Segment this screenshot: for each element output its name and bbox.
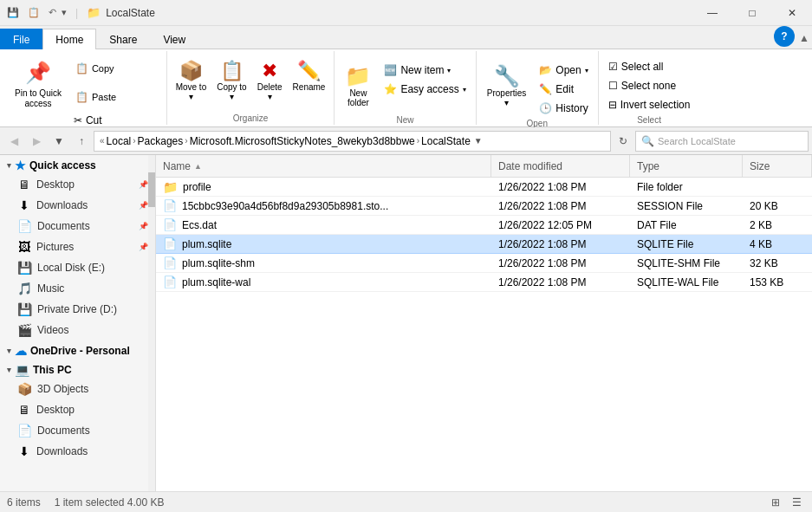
easy-access-button[interactable]: ⭐ Easy access ▾ — [380, 81, 470, 98]
select-all-button[interactable]: ☑ Select all — [604, 58, 695, 75]
title-bar: 💾 📋 ↶ ▾ | 📁 LocalState — □ ✕ — [0, 0, 812, 26]
copy-to-button[interactable]: 📋 Copy to▾ — [213, 58, 250, 103]
status-info: 6 items 1 item selected 4.00 KB — [7, 496, 164, 509]
view-details-button[interactable]: ☰ — [788, 494, 805, 511]
new-folder-button[interactable]: 📁 Newfolder — [340, 58, 376, 113]
file-list-header: Name ▲ Date modified Type Size — [156, 155, 812, 178]
back-button[interactable]: ◀ — [3, 131, 24, 152]
col-header-size[interactable]: Size — [743, 155, 812, 177]
sidebar-desktop2-label: Desktop — [36, 404, 75, 416]
sidebar-thispc-header[interactable]: ▾ 💻 This PC — [0, 360, 155, 379]
maximize-button[interactable]: □ — [732, 0, 772, 26]
ribbon-expand-button[interactable]: ▲ — [796, 28, 812, 49]
delete-label: Delete▾ — [257, 82, 283, 101]
path-packages[interactable]: Packages — [138, 135, 184, 147]
col-header-name[interactable]: Name ▲ — [156, 155, 491, 177]
table-row[interactable]: 📄 plum.sqlite-wal 1/26/2022 1:08 PM SQLI… — [156, 273, 812, 292]
sidebar-item-3d-objects[interactable]: 📦 3D Objects — [0, 379, 155, 399]
edit-icon: ✏️ — [539, 83, 552, 95]
file-name-cell: 📄 Ecs.dat — [156, 218, 491, 231]
new-item-button[interactable]: 🆕 New item ▾ — [380, 62, 470, 79]
copy-button[interactable]: 📋 Copy — [69, 55, 161, 82]
forward-button[interactable]: ▶ — [26, 131, 47, 152]
recent-locations-button[interactable]: ▼ — [49, 131, 69, 152]
help-button[interactable]: ? — [774, 26, 795, 47]
file-name: plum.sqlite-shm — [182, 257, 255, 269]
sidebar-item-desktop2[interactable]: 🖥 Desktop — [0, 399, 155, 420]
ribbon: 📌 Pin to Quickaccess 📋 Copy 📋 Paste ✂ Cu… — [0, 49, 812, 127]
sidebar-item-private-drive[interactable]: 💾 Private Drive (D:) — [0, 299, 155, 320]
search-icon: 🔍 — [641, 135, 654, 147]
easy-access-arrow: ▾ — [463, 86, 466, 94]
desktop-icon: 🖥 — [17, 178, 31, 191]
address-path[interactable]: « Local › Packages › Microsoft.Microsoft… — [94, 131, 611, 152]
properties-label: Properties▾ — [487, 88, 527, 107]
search-box[interactable]: 🔍 Search LocalState — [635, 131, 809, 152]
edit-button[interactable]: ✏️ Edit — [535, 81, 592, 98]
sidebar-documents2-label: Documents — [37, 425, 90, 437]
move-to-button[interactable]: 📦 Move to▾ — [172, 58, 211, 103]
sidebar-item-documents2[interactable]: 📄 Documents — [0, 420, 155, 441]
rename-button[interactable]: ✏️ Rename — [289, 58, 329, 94]
pin-to-quick-access-button[interactable]: 📌 Pin to Quickaccess — [9, 55, 68, 112]
select-none-button[interactable]: ☐ Select none — [604, 77, 695, 94]
open-button[interactable]: 📂 Open ▾ — [535, 62, 592, 79]
col-header-modified[interactable]: Date modified — [491, 155, 630, 177]
window-controls[interactable]: — □ ✕ — [692, 0, 812, 26]
paste-button[interactable]: 📋 Paste — [69, 83, 161, 111]
easy-access-label: Easy access — [400, 83, 458, 95]
file-icon: 📄 — [163, 199, 177, 212]
file-name-cell: 📄 plum.sqlite-shm — [156, 256, 491, 269]
sidebar-quick-access-header[interactable]: ▾ ★ Quick access — [0, 155, 155, 174]
sidebar-onedrive-header[interactable]: ▾ ☁ OneDrive - Personal — [0, 340, 155, 360]
up-button[interactable]: ↑ — [71, 131, 92, 152]
file-list: 📁 profile 1/26/2022 1:08 PM File folder … — [156, 178, 812, 491]
sidebar-scroll-thumb[interactable] — [148, 172, 155, 207]
sidebar-item-local-disk[interactable]: 💾 Local Disk (E:) — [0, 257, 155, 278]
table-row[interactable]: 📄 plum.sqlite 1/26/2022 1:08 PM SQLITE F… — [156, 235, 812, 254]
sidebar-item-documents[interactable]: 📄 Documents 📌 — [0, 216, 155, 237]
file-size-cell: 20 KB — [743, 200, 812, 212]
tab-file[interactable]: File — [0, 29, 42, 49]
path-dropdown[interactable]: ▼ — [472, 136, 484, 146]
sidebar-item-downloads[interactable]: ⬇ Downloads 📌 — [0, 195, 155, 216]
file-modified-cell: 1/26/2022 1:08 PM — [491, 257, 630, 269]
copy-label: Copy — [92, 63, 114, 74]
file-modified-cell: 1/26/2022 1:08 PM — [491, 238, 630, 250]
cut-button[interactable]: ✂ Cut — [69, 112, 161, 129]
minimize-button[interactable]: — — [692, 0, 732, 26]
view-thumbnails-button[interactable]: ⊞ — [767, 494, 784, 511]
select-group: ☑ Select all ☐ Select none ⊟ Invert sele… — [599, 51, 700, 125]
path-app[interactable]: Microsoft.MicrosoftStickyNotes_8wekyb3d8… — [190, 135, 415, 147]
table-row[interactable]: 📁 profile 1/26/2022 1:08 PM File folder — [156, 178, 812, 197]
sidebar-item-pictures[interactable]: 🖼 Pictures 📌 — [0, 237, 155, 257]
clipboard-group: 📌 Pin to Quickaccess 📋 Copy 📋 Paste ✂ Cu… — [3, 51, 167, 125]
sidebar-item-downloads2[interactable]: ⬇ Downloads — [0, 441, 155, 462]
3d-objects-icon: 📦 — [17, 382, 32, 396]
close-button[interactable]: ✕ — [772, 0, 812, 26]
tab-share[interactable]: Share — [96, 29, 150, 49]
table-row[interactable]: 📄 Ecs.dat 1/26/2022 12:05 PM DAT File 2 … — [156, 216, 812, 235]
tab-home[interactable]: Home — [42, 29, 96, 49]
sidebar-pictures-label: Pictures — [36, 241, 74, 253]
refresh-button[interactable]: ↻ — [613, 131, 633, 152]
path-localstate[interactable]: LocalState — [421, 135, 471, 147]
rename-icon: ✏️ — [297, 60, 321, 82]
path-local[interactable]: Local — [107, 135, 132, 147]
table-row[interactable]: 📄 plum.sqlite-shm 1/26/2022 1:08 PM SQLI… — [156, 254, 812, 273]
delete-button[interactable]: ✖ Delete▾ — [254, 58, 286, 103]
cut-icon: ✂ — [74, 114, 82, 126]
open-group: 🔧 Properties▾ 📂 Open ▾ ✏️ Edit 🕒 — [477, 51, 599, 125]
sidebar-item-music[interactable]: 🎵 Music — [0, 278, 155, 299]
sidebar-scrollbar[interactable] — [148, 155, 155, 491]
sidebar-desktop-label: Desktop — [36, 178, 75, 191]
properties-button[interactable]: 🔧 Properties▾ — [482, 58, 532, 113]
sidebar-item-desktop[interactable]: 🖥 Desktop 📌 — [0, 174, 155, 195]
invert-selection-button[interactable]: ⊟ Invert selection — [604, 96, 695, 113]
col-header-type[interactable]: Type — [630, 155, 743, 177]
file-size-cell: 32 KB — [743, 257, 812, 269]
history-button[interactable]: 🕒 History — [535, 100, 592, 117]
tab-view[interactable]: View — [150, 29, 198, 49]
table-row[interactable]: 📄 15cbbc93e90a4d56bf8d9a29305b8981.sto..… — [156, 197, 812, 216]
sidebar-item-videos[interactable]: 🎬 Videos — [0, 320, 155, 340]
